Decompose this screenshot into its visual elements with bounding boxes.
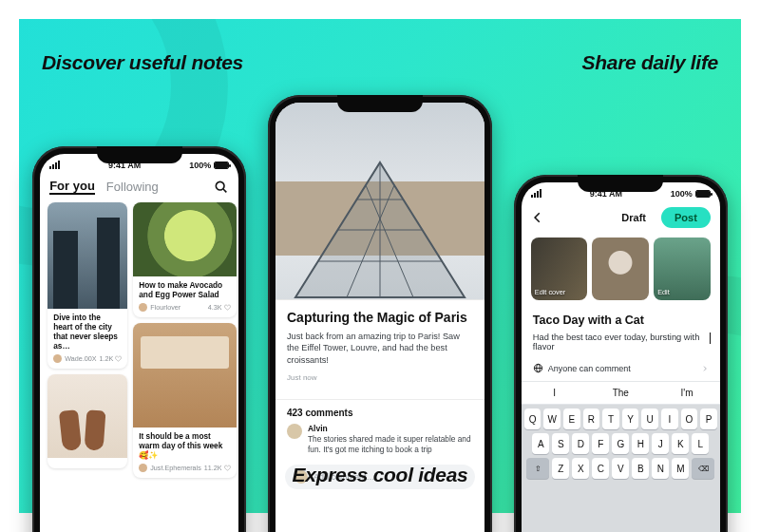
panel-share: Share daily life 9:41 AM 100% (501, 19, 741, 513)
tab-following[interactable]: Following (106, 180, 159, 194)
phone-composer: 9:41 AM 100% Draft Post Edit cover (514, 175, 728, 532)
key[interactable]: Z (552, 458, 569, 479)
draft-button[interactable]: Draft (614, 209, 654, 226)
key[interactable]: D (572, 433, 589, 454)
comment-text: The stories shared made it super relatab… (308, 434, 471, 454)
feed-card[interactable]: How to make Avocado and Egg Power Salad … (133, 202, 236, 317)
key[interactable]: R (583, 408, 600, 429)
compose-body[interactable]: Had the best taco ever today, bursting w… (533, 332, 709, 352)
card-likes: 4.3K (208, 303, 222, 312)
app-store-screenshots: Discover useful notes 9:41 AM 100% For y… (19, 19, 741, 513)
key[interactable]: M (672, 458, 689, 479)
key[interactable]: G (612, 433, 629, 454)
keyboard-suggestions: I The I'm (522, 381, 720, 405)
post-button[interactable]: Post (661, 207, 711, 228)
key[interactable]: W (543, 408, 560, 429)
post-timestamp: Just now (287, 373, 473, 382)
key[interactable]: J (652, 433, 669, 454)
key[interactable]: B (632, 458, 649, 479)
author-avatar (53, 354, 62, 363)
card-thumbnail (48, 202, 127, 309)
key[interactable]: A (532, 433, 549, 454)
key[interactable]: X (572, 458, 589, 479)
key[interactable]: I (661, 408, 678, 429)
svg-point-0 (216, 181, 224, 190)
signal-bars-icon (49, 161, 60, 169)
feed-card[interactable]: It should be a most warm day of this wee… (133, 323, 236, 478)
card-likes: 11.2K (204, 464, 222, 472)
compose-title[interactable]: Taco Day with a Cat (533, 314, 709, 327)
notch (578, 175, 663, 192)
key-row: A S D F G H J K L (524, 433, 717, 454)
media-attachments: Edit cover Edit (522, 234, 720, 304)
feed-grid[interactable]: Dive into the heart of the city that nev… (40, 199, 238, 532)
heart-icon (224, 465, 231, 471)
comment-avatar (287, 424, 302, 439)
permission-label: Anyone can comment (548, 364, 631, 373)
card-title: How to make Avocado and Egg Power Salad (139, 281, 230, 300)
notch (97, 146, 182, 163)
battery-icon (695, 190, 711, 198)
suggestion[interactable]: I'm (654, 382, 720, 404)
key[interactable]: L (692, 433, 709, 454)
key[interactable]: H (632, 433, 649, 454)
tab-for-you[interactable]: For you (49, 179, 95, 195)
edit-media-tag[interactable]: Edit (657, 288, 670, 296)
key[interactable]: E (563, 408, 580, 429)
key[interactable]: O (681, 408, 698, 429)
panel-express: Capturing the Magic of Paris Just back f… (259, 19, 500, 513)
post-title: Capturing the Magic of Paris (287, 310, 473, 325)
search-icon[interactable] (214, 180, 229, 195)
key[interactable]: Q (524, 408, 542, 429)
key[interactable]: V (612, 458, 629, 479)
headline-right: Share daily life (582, 51, 718, 74)
card-likes: 1.2K (99, 354, 113, 363)
key[interactable]: K (672, 433, 689, 454)
key[interactable]: N (652, 458, 669, 479)
card-author: Flourlover (150, 303, 180, 312)
media-thumb[interactable]: Edit (654, 238, 711, 300)
edit-cover-tag[interactable]: Edit cover (535, 288, 565, 296)
louvre-pyramid-icon (290, 157, 470, 299)
feed-card[interactable] (48, 374, 127, 468)
suggestion[interactable]: The (587, 382, 654, 404)
key[interactable]: U (641, 408, 658, 429)
key[interactable]: T (602, 408, 619, 429)
notch (337, 95, 423, 112)
key[interactable]: F (592, 433, 609, 454)
battery-percent: 100% (189, 161, 211, 170)
signal-bars-icon (531, 189, 542, 198)
headline-left: Discover useful notes (42, 51, 243, 74)
battery-icon (214, 162, 229, 169)
shift-key[interactable]: ⇧ (526, 458, 549, 479)
card-author: Just.Ephemerals (150, 464, 201, 472)
key[interactable]: C (592, 458, 609, 479)
comments-header: 423 comments (276, 400, 484, 422)
panel-discover: Discover useful notes 9:41 AM 100% For y… (19, 19, 259, 513)
key-row: Q W E R T Y U I O P (524, 408, 717, 429)
comment-permission-row[interactable]: Anyone can comment (522, 352, 720, 381)
headline-mid: Express cool ideas (293, 464, 468, 486)
suggestion[interactable]: I (522, 382, 588, 404)
back-icon[interactable] (531, 211, 544, 224)
card-thumbnail (133, 323, 236, 428)
comment-author: Alvin (308, 424, 473, 434)
key[interactable]: S (552, 433, 569, 454)
svg-line-1 (223, 189, 226, 192)
phone-feed: 9:41 AM 100% For you Following (32, 146, 246, 532)
media-thumb[interactable]: Edit cover (531, 238, 588, 300)
author-avatar (139, 303, 147, 312)
post-hero[interactable] (276, 103, 484, 300)
comment-row[interactable]: Alvin The stories shared made it super r… (276, 422, 484, 461)
author-avatar (139, 464, 147, 472)
card-thumbnail (48, 374, 127, 458)
card-thumbnail (133, 202, 236, 276)
media-thumb[interactable] (592, 238, 649, 300)
key[interactable]: P (700, 408, 717, 429)
backspace-key[interactable]: ⌫ (692, 458, 714, 479)
battery-percent: 100% (671, 189, 693, 199)
globe-icon (533, 363, 543, 373)
feed-card[interactable]: Dive into the heart of the city that nev… (48, 202, 127, 369)
ios-keyboard[interactable]: Q W E R T Y U I O P A (522, 405, 720, 532)
key[interactable]: Y (622, 408, 639, 429)
